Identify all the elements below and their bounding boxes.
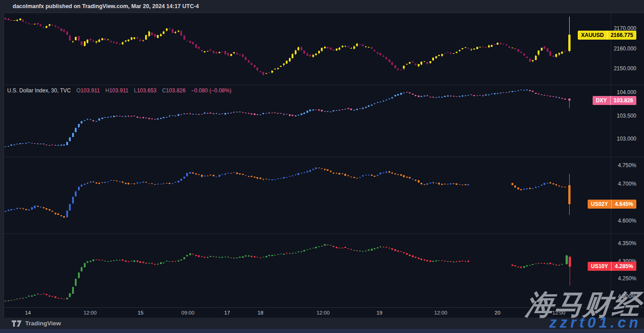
candle-body: [438, 97, 440, 97]
candle-body: [514, 48, 516, 49]
candle-body: [210, 50, 211, 51]
candle-body: [139, 118, 141, 118]
brand-label[interactable]: TradingView: [25, 320, 61, 327]
candle-body: [75, 192, 77, 196]
candle-body: [186, 114, 188, 114]
candle-body: [265, 179, 267, 179]
candle-body: [242, 112, 244, 113]
candle-body: [283, 177, 285, 178]
candle-body: [359, 45, 361, 45]
candle-body: [57, 214, 59, 215]
symbol-badge-xauusd: XAUUSD2166.775: [578, 31, 636, 40]
candle-body: [538, 187, 539, 187]
candle-body: [415, 257, 416, 258]
candle-body: [517, 91, 519, 91]
candle-body: [333, 246, 334, 247]
candle-body: [265, 256, 267, 257]
candle-body: [558, 265, 560, 265]
candle-body: [224, 257, 226, 257]
candle-body: [309, 55, 311, 56]
candle-body: [476, 47, 478, 49]
candle-body: [297, 173, 299, 175]
tradingview-logo-icon[interactable]: [12, 320, 22, 327]
candle-body: [178, 260, 179, 261]
candle-body: [526, 90, 528, 90]
candle-body: [166, 117, 168, 118]
time-label: 12:00: [84, 310, 97, 315]
candle-body: [342, 109, 343, 110]
candle-body: [148, 32, 150, 36]
candle-body: [183, 114, 185, 114]
candle-body: [131, 116, 132, 117]
candle-body: [371, 175, 373, 176]
time-label: 18: [258, 310, 264, 315]
candle-body: [90, 182, 91, 182]
candle-body: [467, 95, 469, 96]
candle-body: [22, 143, 24, 144]
candle-body: [256, 257, 258, 257]
candle-body: [66, 211, 68, 217]
candle-body: [303, 113, 305, 114]
candle-body: [49, 24, 50, 26]
candle-body: [315, 54, 317, 55]
candle-body: [198, 174, 200, 175]
candlestick-canvas-dxy[interactable]: [4, 85, 611, 157]
candle-body: [365, 107, 367, 108]
candle-body: [406, 64, 408, 64]
candle-body: [350, 109, 352, 110]
candle-body: [497, 93, 498, 94]
candle-body: [145, 118, 147, 118]
candle-body: [494, 93, 496, 94]
candle-body: [254, 177, 256, 178]
candle-body: [482, 46, 484, 47]
candle-body: [383, 173, 384, 173]
candle-body: [324, 47, 326, 48]
candle-body: [394, 95, 396, 96]
candle-body: [338, 173, 340, 174]
candle-body: [555, 184, 557, 185]
candle-body: [72, 41, 74, 42]
candle-body: [306, 54, 308, 56]
candle-body: [312, 55, 314, 57]
candle-body: [160, 184, 162, 184]
candle-body: [34, 143, 36, 144]
candle-body: [564, 99, 566, 99]
candle-body: [289, 58, 291, 62]
candle-body: [37, 144, 39, 144]
candle-body: [84, 41, 86, 46]
legend-low-value: 103.653: [137, 87, 156, 94]
candle-body: [350, 249, 352, 250]
candle-body: [453, 53, 455, 54]
candle-body: [43, 144, 45, 144]
candle-body: [520, 189, 522, 190]
candle-body: [429, 97, 431, 97]
candle-body: [494, 44, 496, 45]
badge-label: US10Y: [588, 262, 612, 271]
candle-body: [274, 69, 276, 69]
candle-body: [213, 114, 215, 114]
candlestick-canvas-us02y[interactable]: [4, 157, 611, 233]
candle-body: [101, 38, 103, 40]
candle-body: [397, 174, 399, 175]
candle-body: [40, 294, 41, 295]
candle-body: [180, 114, 182, 115]
candle-body: [107, 182, 109, 182]
candle-body: [465, 184, 466, 185]
candle-body: [260, 258, 261, 258]
candle-body: [251, 176, 252, 177]
candle-body: [92, 260, 94, 261]
candle-body: [131, 183, 132, 184]
candle-body: [306, 250, 308, 250]
candle-body: [215, 114, 217, 114]
candle-body: [330, 245, 332, 246]
candlestick-canvas-xauusd[interactable]: [4, 13, 611, 85]
candle-body: [72, 287, 74, 293]
candle-body: [532, 60, 534, 61]
candle-body: [139, 261, 141, 263]
candle-body: [122, 116, 123, 117]
candle-body: [195, 114, 197, 114]
candlestick-canvas-us10y[interactable]: [4, 233, 611, 307]
candle-body: [450, 183, 452, 184]
candle-body: [66, 142, 68, 145]
candle-body: [40, 24, 41, 26]
